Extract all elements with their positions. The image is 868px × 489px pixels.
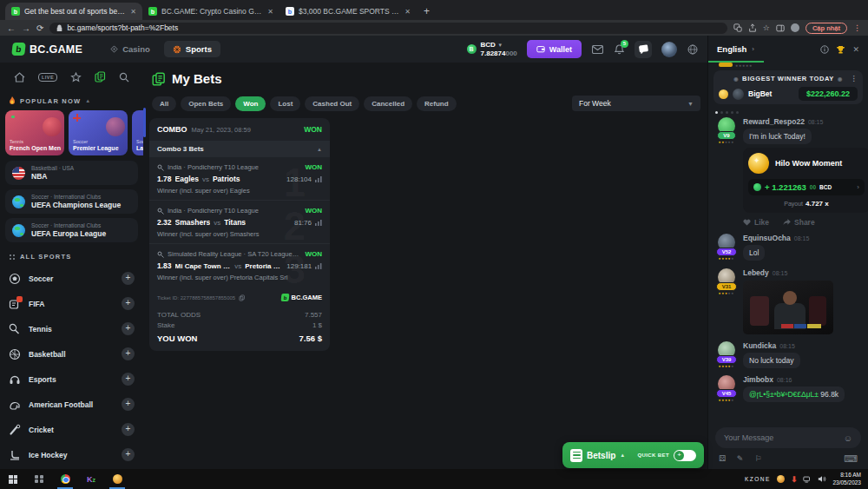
taskbar-app-1[interactable] <box>26 469 52 489</box>
browser-update-button[interactable]: Cập nhật <box>806 23 847 34</box>
copy-icon[interactable] <box>239 294 245 301</box>
share-button[interactable]: Share <box>783 218 815 227</box>
chevron-right-icon[interactable]: › <box>752 45 754 53</box>
username[interactable]: Reward_Respo22 <box>743 117 805 126</box>
username[interactable]: Kundicka <box>743 341 776 350</box>
pencil-icon[interactable]: ✎ <box>737 454 744 463</box>
stats-bars-icon[interactable] <box>315 219 322 226</box>
quick-bet-toggle[interactable]: + <box>674 450 696 461</box>
expand-plus-button[interactable]: + <box>122 272 135 285</box>
forward-icon[interactable]: → <box>22 23 30 33</box>
popular-card-premier-league[interactable]: Soccer Premier League <box>69 110 128 155</box>
sport-item-soccer[interactable]: Soccer + <box>0 266 143 291</box>
betslip-bar[interactable]: Betslip ▲ QUICK BET + <box>562 442 704 468</box>
expand-plus-button[interactable]: + <box>122 423 135 436</box>
tab-close-icon[interactable]: ✕ <box>267 8 273 16</box>
chevron-right-icon[interactable]: › <box>857 183 859 191</box>
download-arrow-icon[interactable]: ⬇ <box>791 475 798 484</box>
taskbar-kz-app[interactable]: Kz <box>78 469 104 489</box>
keyboard-icon[interactable]: ⌨ <box>844 453 858 465</box>
taskbar-clock[interactable]: 8:16 AM 23/05/2023 <box>832 472 861 487</box>
network-icon[interactable] <box>803 476 812 483</box>
profile-avatar-icon[interactable] <box>791 23 799 32</box>
browser-tab-1[interactable]: b Get the best out of sports bettin ✕ <box>5 3 142 20</box>
notifications-bell-icon[interactable]: 5 <box>613 44 625 55</box>
filter-lost[interactable]: Lost <box>270 96 300 111</box>
tab-close-icon[interactable]: ✕ <box>404 8 411 16</box>
period-dropdown[interactable]: For Week ▼ <box>572 96 700 111</box>
bcgame-logo[interactable]: b BC.GAME <box>12 43 82 56</box>
address-bar[interactable]: bc.game/sports?bt-path=%2Fbets <box>49 23 727 34</box>
expand-plus-button[interactable]: + <box>122 448 135 461</box>
stats-bars-icon[interactable] <box>315 175 322 182</box>
chat-language-tab[interactable]: English <box>717 44 746 54</box>
expand-plus-button[interactable]: + <box>122 373 135 386</box>
username[interactable]: Lebedy <box>743 268 769 277</box>
currency-selector[interactable]: B BCD ▼ 7.82874000 <box>467 41 517 56</box>
browser-tab-3[interactable]: b $3,000 BC.GAME SPORTS PARLA ✕ <box>279 3 417 20</box>
language-globe-icon[interactable] <box>687 44 699 55</box>
expand-plus-button[interactable]: + <box>122 347 135 360</box>
gif-message[interactable] <box>743 281 833 334</box>
chat-message-input[interactable] <box>724 433 828 442</box>
home-icon[interactable] <box>14 72 25 83</box>
stats-bars-icon[interactable] <box>315 262 322 269</box>
back-icon[interactable]: ← <box>7 23 16 33</box>
translate-icon[interactable] <box>733 23 742 32</box>
hilo-win-card[interactable]: Hilo Wow Moment + 1.221263 00 BCD › Payo… <box>743 148 868 213</box>
bookmark-star-icon[interactable]: ☆ <box>763 23 770 32</box>
filter-won[interactable]: Won <box>235 96 266 111</box>
tray-gold-icon[interactable] <box>777 475 785 483</box>
sport-item-cricket[interactable]: Cricket + <box>0 417 143 442</box>
sport-item-tennis[interactable]: Tennis + <box>0 316 143 341</box>
search-icon[interactable] <box>119 72 129 83</box>
start-button[interactable] <box>0 469 26 489</box>
refresh-icon[interactable]: ⟳ <box>36 23 43 33</box>
favorites-star-icon[interactable] <box>70 72 82 83</box>
my-bets-icon[interactable] <box>95 71 106 83</box>
dice-icon[interactable]: ⚄ <box>719 454 726 463</box>
live-icon[interactable]: LIVE <box>38 73 57 82</box>
share-icon[interactable] <box>748 23 757 32</box>
expand-plus-button[interactable]: + <box>122 322 135 335</box>
filter-open-bets[interactable]: Open Bets <box>181 96 231 111</box>
close-icon[interactable]: ✕ <box>852 45 859 54</box>
info-icon[interactable] <box>820 45 829 54</box>
nav-sports[interactable]: Sports <box>164 41 220 57</box>
sport-item-basketball[interactable]: Basketball + <box>0 341 143 367</box>
sport-item-american-football[interactable]: American Football + <box>0 392 143 417</box>
nav-casino[interactable]: Casino <box>102 41 159 57</box>
side-panel-icon[interactable] <box>776 24 785 32</box>
emoji-icon[interactable]: ☺ <box>844 433 852 443</box>
like-button[interactable]: Like <box>743 218 769 227</box>
biggest-winner-banner[interactable]: ◉ BIGGEST WINNER TODAY ◉ ⋮ BigBet $222,2… <box>713 70 863 104</box>
scrollbar-thumb[interactable] <box>143 108 146 137</box>
filter-cashed-out[interactable]: Cashed Out <box>305 96 359 111</box>
username[interactable]: Jimbobx <box>743 375 773 384</box>
browser-menu-icon[interactable]: ⋮ <box>853 23 861 32</box>
expand-plus-button[interactable]: + <box>122 398 135 411</box>
sport-item-ice-hockey[interactable]: Ice Hockey + <box>0 442 143 467</box>
trophy-icon[interactable] <box>836 45 845 54</box>
filter-cancelled[interactable]: Cancelled <box>364 96 412 111</box>
popular-card-french-open[interactable]: Tennis French Open Men <box>5 110 64 155</box>
kebab-menu-icon[interactable]: ⋮ <box>850 75 858 83</box>
popular-item-nba[interactable]: Basketball · USA NBA <box>5 161 138 185</box>
wallet-button[interactable]: Wallet <box>527 40 582 58</box>
new-tab-button[interactable]: + <box>424 5 430 20</box>
taskbar-chrome[interactable] <box>52 469 78 489</box>
combo-collapse-bar[interactable]: Combo 3 Bets ▲ <box>149 141 330 157</box>
expand-plus-button[interactable]: + <box>122 297 135 310</box>
filter-all[interactable]: All <box>152 96 176 111</box>
tab-close-icon[interactable]: ✕ <box>130 8 136 16</box>
coupon-icon[interactable]: ⚐ <box>754 454 761 463</box>
popular-now-header[interactable]: POPULAR NOW ▲ <box>0 89 143 110</box>
volume-icon[interactable] <box>818 475 826 483</box>
banner-pagination-dots[interactable] <box>708 108 868 114</box>
popular-item-uel[interactable]: Soccer · International Clubs UEFA Europa… <box>5 218 138 242</box>
browser-tab-2[interactable]: b BC.GAME: Crypto Casino Games ✕ <box>142 3 279 20</box>
chat-toggle-button[interactable] <box>635 41 652 58</box>
popular-item-ucl[interactable]: Soccer · International Clubs UEFA Champi… <box>5 189 138 214</box>
user-avatar[interactable] <box>661 42 677 57</box>
filter-refund[interactable]: Refund <box>417 96 457 111</box>
